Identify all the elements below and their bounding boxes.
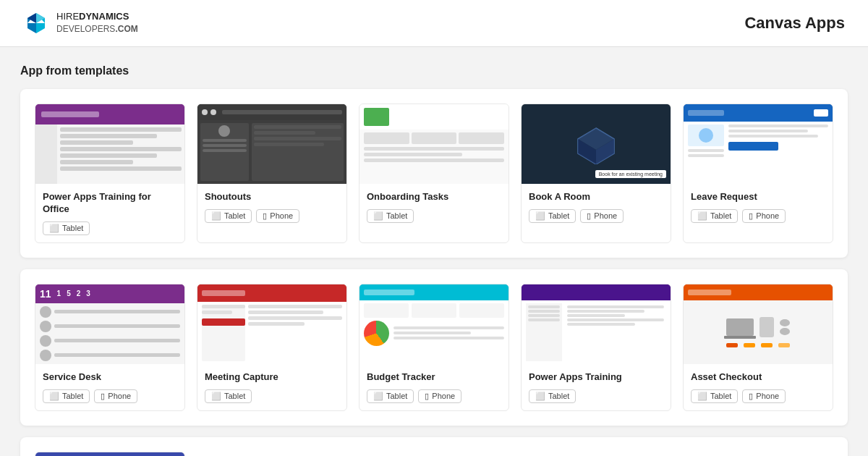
card-name-shoutouts: Shoutouts: [205, 191, 339, 203]
badge-phone: ▯ Phone: [742, 209, 786, 223]
badge-phone: ▯ Phone: [742, 389, 786, 403]
badge-tablet: ⬜ Tablet: [205, 389, 252, 403]
section-title: App from templates: [20, 64, 848, 77]
card-name-meeting-capture: Meeting Capture: [205, 371, 339, 384]
badge-phone: ▯ Phone: [94, 389, 137, 403]
app-card-power-apps-training[interactable]: Power Apps Training ⬜ Tablet: [521, 284, 671, 411]
badge-tablet: ⬜ Tablet: [43, 389, 90, 403]
badge-phone: ▯ Phone: [256, 209, 299, 223]
card-info-book-a-room: Book A Room ⬜ Tablet ▯ Phone: [522, 184, 671, 242]
tablet-icon: ⬜: [535, 211, 545, 221]
card-badges-meeting-capture: ⬜ Tablet: [205, 389, 339, 403]
badge-tablet: ⬜ Tablet: [691, 209, 738, 223]
apps-row3-grid: HEALTH PLAN SELECTOR ♡ Health Plan Selec…: [20, 437, 848, 456]
badge-tablet: ⬜ Tablet: [43, 221, 90, 235]
app-card-asset-checkout[interactable]: Asset Checkout ⬜ Tablet ▯ Phone: [683, 284, 833, 411]
card-info-asset-checkout: Asset Checkout ⬜ Tablet ▯ Phone: [684, 364, 833, 410]
thumbnail-onboarding: [359, 104, 509, 184]
badge-tablet: ⬜ Tablet: [529, 389, 576, 403]
tablet-icon: ⬜: [535, 392, 545, 401]
apps-row2-grid: 11 1 5 2 3: [20, 269, 848, 426]
svg-marker-2: [27, 23, 36, 33]
phone-icon: ▯: [425, 392, 429, 401]
phone-icon: ▯: [263, 211, 267, 221]
page-title: Canvas Apps: [744, 14, 845, 33]
tablet-icon: ⬜: [697, 392, 707, 401]
logo-developers: DEVELOPERS: [56, 24, 115, 34]
thumbnail-leave-request: [684, 104, 833, 184]
app-card-service-desk[interactable]: 11 1 5 2 3: [35, 284, 185, 411]
app-card-onboarding-tasks[interactable]: Onboarding Tasks ⬜ Tablet: [359, 104, 509, 243]
card-badges-service-desk: ⬜ Tablet ▯ Phone: [43, 389, 177, 403]
phone-icon: ▯: [749, 211, 753, 221]
badge-tablet: ⬜ Tablet: [205, 209, 252, 223]
card-badges-book-a-room: ⬜ Tablet ▯ Phone: [529, 209, 663, 223]
card-name-onboarding-tasks: Onboarding Tasks: [367, 191, 501, 203]
phone-icon: ▯: [101, 392, 105, 401]
card-badges-shoutouts: ⬜ Tablet ▯ Phone: [205, 209, 339, 223]
card-badges-budget-tracker: ⬜ Tablet ▯ Phone: [367, 389, 501, 403]
card-badges-onboarding-tasks: ⬜ Tablet: [367, 209, 501, 223]
card-info-meeting-capture: Meeting Capture ⬜ Tablet: [197, 364, 346, 410]
app-card-health-plan-selector[interactable]: HEALTH PLAN SELECTOR ♡ Health Plan Selec…: [35, 452, 185, 456]
svg-marker-3: [36, 23, 45, 33]
badge-tablet: ⬜ Tablet: [529, 209, 576, 223]
badge-phone: ▯ Phone: [418, 389, 461, 403]
phone-icon: ▯: [587, 211, 591, 221]
logo-dynamics: DYNAMICS: [79, 11, 129, 22]
app-card-budget-tracker[interactable]: Budget Tracker ⬜ Tablet ▯ Phone: [359, 284, 509, 411]
card-name-power-apps-office: Power Apps Training for Office: [43, 191, 177, 216]
tablet-icon: ⬜: [373, 392, 383, 401]
card-name-leave-request: Leave Request: [691, 191, 825, 203]
card-info-power-apps-office: Power Apps Training for Office ⬜ Tablet: [35, 184, 184, 242]
card-name-power-apps-training: Power Apps Training: [529, 371, 663, 384]
tablet-icon: ⬜: [211, 392, 221, 401]
badge-tablet: ⬜ Tablet: [367, 389, 414, 403]
tablet-icon: ⬜: [49, 224, 59, 233]
card-info-leave-request: Leave Request ⬜ Tablet ▯ Phone: [684, 184, 833, 242]
badge-tablet: ⬜ Tablet: [367, 209, 414, 223]
thumbnail-health-plan-selector: HEALTH PLAN SELECTOR ♡: [35, 452, 184, 456]
card-name-service-desk: Service Desk: [43, 371, 177, 384]
logo-text: HIREDYNAMICS DEVELOPERS.COM: [56, 11, 138, 35]
app-card-book-a-room[interactable]: Book for an existing meeting Book A Room…: [521, 104, 671, 243]
app-card-leave-request[interactable]: Leave Request ⬜ Tablet ▯ Phone: [683, 104, 833, 243]
card-badges-power-apps-office: ⬜ Tablet: [43, 221, 177, 235]
page-wrapper: HIREDYNAMICS DEVELOPERS.COM Canvas Apps …: [0, 0, 868, 456]
book-room-button: Book for an existing meeting: [595, 170, 666, 178]
cube-svg: [574, 124, 618, 164]
thumbnail-book-a-room: Book for an existing meeting: [522, 104, 671, 184]
logo-hire: HIRE: [56, 11, 79, 22]
card-badges-leave-request: ⬜ Tablet ▯ Phone: [691, 209, 825, 223]
card-info-budget-tracker: Budget Tracker ⬜ Tablet ▯ Phone: [359, 364, 509, 410]
card-badges-asset-checkout: ⬜ Tablet ▯ Phone: [691, 389, 825, 403]
apps-row1-grid: Power Apps Training for Office ⬜ Tablet: [20, 89, 848, 258]
tablet-icon: ⬜: [49, 392, 59, 401]
card-name-budget-tracker: Budget Tracker: [367, 371, 501, 384]
card-name-book-a-room: Book A Room: [529, 191, 663, 203]
tablet-icon: ⬜: [211, 211, 221, 221]
thumbnail-power-apps-training: [522, 284, 671, 364]
main-content: App from templates: [0, 47, 868, 456]
tablet-icon: ⬜: [373, 211, 383, 221]
thumbnail-budget-tracker: [359, 284, 509, 364]
app-card-meeting-capture[interactable]: Meeting Capture ⬜ Tablet: [197, 284, 347, 411]
thumbnail-power-apps-office: [35, 104, 184, 184]
card-info-power-apps-training: Power Apps Training ⬜ Tablet: [522, 364, 671, 410]
header: HIREDYNAMICS DEVELOPERS.COM Canvas Apps: [0, 0, 868, 47]
thumbnail-asset-checkout: [684, 284, 833, 364]
badge-tablet: ⬜ Tablet: [691, 389, 738, 403]
logo-icon: [23, 10, 49, 36]
thumbnail-service-desk: 11 1 5 2 3: [35, 284, 184, 364]
thumbnail-meeting-capture: [197, 284, 346, 364]
card-badges-power-apps-training: ⬜ Tablet: [529, 389, 663, 403]
card-name-asset-checkout: Asset Checkout: [691, 371, 825, 384]
app-card-shoutouts[interactable]: Shoutouts ⬜ Tablet ▯ Phone: [197, 104, 347, 243]
card-info-service-desk: Service Desk ⬜ Tablet ▯ Phone: [35, 364, 184, 410]
card-info-shoutouts: Shoutouts ⬜ Tablet ▯ Phone: [197, 184, 346, 242]
app-card-power-apps-office[interactable]: Power Apps Training for Office ⬜ Tablet: [35, 104, 185, 243]
thumbnail-shoutouts: [197, 104, 346, 184]
tablet-icon: ⬜: [697, 211, 707, 221]
logo-com: .COM: [115, 24, 137, 34]
logo-area: HIREDYNAMICS DEVELOPERS.COM: [23, 10, 138, 36]
